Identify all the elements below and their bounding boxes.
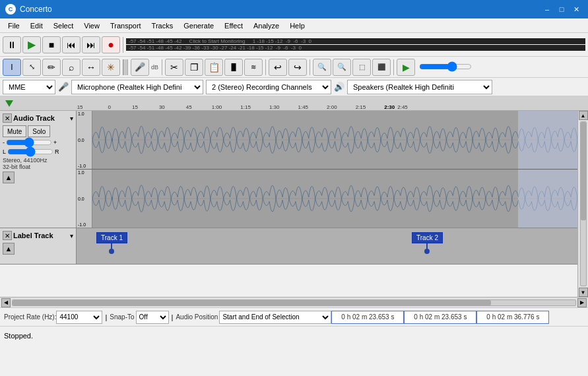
- h-scroll-left[interactable]: ◀: [1, 298, 11, 307]
- paste-button[interactable]: 📋: [205, 59, 223, 76]
- stopped-label: Stopped.: [4, 332, 33, 340]
- gain-row: - +: [3, 139, 73, 146]
- v-scroll-thumb[interactable]: [581, 122, 586, 220]
- maximize-button[interactable]: □: [555, 4, 568, 15]
- draw-tool-button[interactable]: ✏: [42, 59, 61, 76]
- menu-file[interactable]: File: [3, 20, 25, 31]
- tl-130: 1:30: [269, 104, 280, 110]
- selection-tool-button[interactable]: I: [3, 59, 21, 76]
- menu-help[interactable]: Help: [284, 20, 310, 31]
- toolbar-tools: I ⤡ ✏ ⌕ ↔ ✳ 🎤 dB ✂ ❐ 📋 ▐▌ ≋ ↩ ↪ 🔍 🔍 ⬚ ⬛ …: [0, 57, 588, 78]
- menu-view[interactable]: View: [79, 20, 105, 31]
- label-track-close[interactable]: ✕: [3, 231, 12, 240]
- pause-button[interactable]: ⏸: [3, 36, 21, 53]
- position-end-input[interactable]: [404, 311, 476, 324]
- track1-dot: [109, 249, 114, 254]
- tracks-area: ✕ Audio Track ▾ Mute Solo - + L R: [0, 111, 577, 297]
- v-scroll-down[interactable]: ▼: [579, 288, 588, 297]
- multi-tool-button[interactable]: ✳: [102, 59, 120, 76]
- envelope-tool-button[interactable]: ⤡: [22, 59, 41, 76]
- label-track-header: ✕ Label Track ▾: [3, 231, 73, 240]
- position-start-input[interactable]: [331, 311, 404, 324]
- speaker-icon: 🔊: [334, 82, 344, 92]
- label-track-name: Label Track: [13, 232, 69, 239]
- audio-waveform-container[interactable]: 1.0 0.0 -1.0: [77, 111, 577, 228]
- h-scroll-track[interactable]: [12, 299, 576, 306]
- audio-track-dropdown[interactable]: ▾: [70, 115, 73, 122]
- zoom-sel-button[interactable]: ⬛: [372, 59, 391, 76]
- menu-analyze[interactable]: Analyze: [248, 20, 284, 31]
- zoom-fit-button[interactable]: ⬚: [352, 59, 371, 76]
- zoom-out-button[interactable]: 🔍: [313, 59, 331, 76]
- waveform-bottom-svg: [92, 170, 577, 228]
- sep2: [162, 59, 162, 75]
- label-track-dropdown[interactable]: ▾: [70, 232, 73, 239]
- menu-transport[interactable]: Transport: [105, 20, 147, 31]
- snap-to-select[interactable]: Off: [136, 311, 169, 324]
- tl-15: 15: [132, 104, 138, 110]
- menu-select[interactable]: Select: [48, 20, 79, 31]
- waveform-bottom[interactable]: 1.0 0.0 -1.0: [77, 170, 577, 228]
- trim-button[interactable]: ▐▌: [224, 59, 243, 76]
- position-len-input[interactable]: [476, 311, 549, 324]
- menu-edit[interactable]: Edit: [25, 20, 48, 31]
- redo-button[interactable]: ↪: [288, 59, 307, 76]
- menu-effect[interactable]: Effect: [219, 20, 248, 31]
- play-green-button[interactable]: ▶: [397, 59, 415, 76]
- silence-button[interactable]: ≋: [244, 59, 263, 76]
- close-button[interactable]: ✕: [570, 4, 583, 15]
- speaker-select[interactable]: Speakers (Realtek High Definiti: [347, 80, 492, 94]
- audio-track-row: ✕ Audio Track ▾ Mute Solo - + L R: [0, 111, 577, 228]
- track2-dot: [424, 249, 430, 254]
- titlebar: C Concerto – □ ✕: [0, 0, 588, 18]
- snap-to-label: Snap-To: [110, 313, 134, 321]
- playback-speed-slider[interactable]: [419, 63, 472, 71]
- timeline-ruler[interactable]: -15 0 15 30 45 1:00 1:15 1:30 1:45 2:00 …: [0, 96, 588, 111]
- vertical-scrollbar[interactable]: ▲ ▼: [577, 111, 588, 297]
- v-scroll-track[interactable]: [580, 121, 587, 286]
- skip-fwd-button[interactable]: ⏭: [82, 36, 100, 53]
- main-editing-area: ✕ Audio Track ▾ Mute Solo - + L R: [0, 111, 588, 297]
- horizontal-scrollbar[interactable]: ◀ ▶: [0, 297, 588, 307]
- mic-monitor-button[interactable]: 🎤: [131, 59, 149, 76]
- track1-label-marker[interactable]: Track 1: [96, 232, 127, 254]
- minimize-button[interactable]: –: [540, 4, 554, 15]
- tl-230: 2:30: [384, 104, 395, 110]
- host-select[interactable]: MME: [3, 80, 55, 94]
- label-track-waveform[interactable]: Track 1 Track 2: [77, 228, 577, 264]
- selection-mode-select[interactable]: Start and End of Selection: [219, 311, 331, 324]
- vu-meter-top: -57 -54 -51 -48 -45 -42 Click to Start M…: [126, 38, 585, 44]
- h-scroll-right[interactable]: ▶: [577, 298, 587, 307]
- project-rate-select[interactable]: 44100: [56, 311, 102, 324]
- undo-button[interactable]: ↩: [269, 59, 287, 76]
- label-track-expand[interactable]: ▲: [3, 243, 15, 255]
- tl-minus15: -15: [77, 104, 83, 110]
- v-scroll-up[interactable]: ▲: [579, 111, 588, 120]
- skip-back-button[interactable]: ⏮: [62, 36, 81, 53]
- h-scroll-thumb[interactable]: [13, 300, 491, 305]
- waveform-top[interactable]: 1.0 0.0 -1.0: [77, 111, 577, 170]
- audio-track-name: Audio Track: [13, 114, 69, 122]
- stop-button[interactable]: ■: [42, 36, 61, 53]
- audio-track-expand[interactable]: ▲: [3, 172, 15, 183]
- track2-label-marker[interactable]: Track 2: [412, 232, 443, 254]
- solo-button[interactable]: Solo: [28, 125, 50, 137]
- mute-button[interactable]: Mute: [3, 125, 26, 137]
- menu-generate[interactable]: Generate: [178, 20, 219, 31]
- audio-track-close[interactable]: ✕: [3, 113, 12, 123]
- zoom-tool-button[interactable]: ⌕: [62, 59, 81, 76]
- play-button[interactable]: ▶: [22, 36, 41, 53]
- zoom-in-button[interactable]: 🔍: [333, 59, 351, 76]
- record-button[interactable]: ●: [102, 36, 120, 53]
- timeshift-tool-button[interactable]: ↔: [82, 59, 100, 76]
- menu-tracks[interactable]: Tracks: [147, 20, 179, 31]
- scale-bottom: 1.0 0.0 -1.0: [77, 170, 92, 228]
- cut-button[interactable]: ✂: [165, 59, 183, 76]
- channels-select[interactable]: 2 (Stereo) Recording Channels: [206, 80, 331, 94]
- pan-slider[interactable]: [7, 148, 53, 156]
- microphone-select[interactable]: Microphone (Realtek High Defini: [71, 80, 203, 94]
- copy-button[interactable]: ❐: [185, 59, 203, 76]
- waveform-top-svg: [92, 111, 577, 169]
- gain-slider[interactable]: [6, 139, 52, 146]
- tl-45: 45: [186, 104, 192, 110]
